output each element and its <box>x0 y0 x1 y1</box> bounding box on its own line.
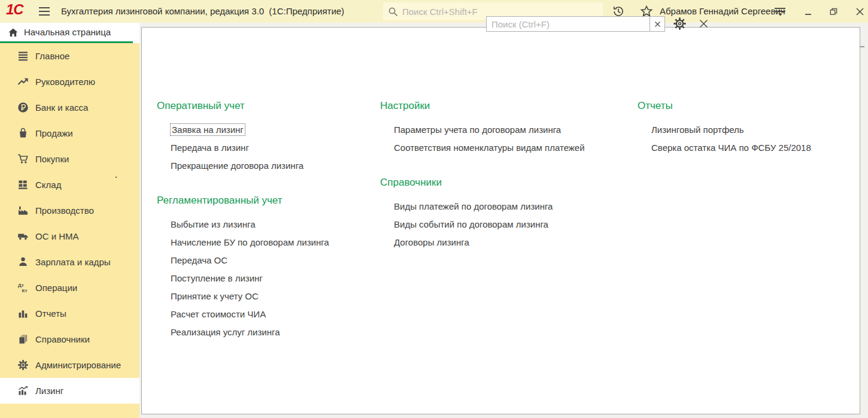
person-icon <box>17 256 29 268</box>
menu-section: НастройкиПараметры учета по договорам ли… <box>380 99 632 157</box>
sidebar-item-label: Продажи <box>35 128 73 138</box>
menu-link[interactable]: Виды платежей по договорам лизинга <box>380 198 632 216</box>
sidebar-item-os-i-nma[interactable]: ОС и НМА <box>0 223 139 249</box>
menu-link[interactable]: Принятие к учету ОС <box>157 287 375 305</box>
sidebar-item-sklad[interactable]: Склад <box>0 172 139 198</box>
sidebar-item-label: Склад <box>35 180 61 190</box>
menu-link[interactable]: Лизинговый портфель <box>638 121 859 139</box>
stray-dot <box>116 177 117 178</box>
titlebar: 1С Бухгалтерия лизинговой компании, реда… <box>0 0 868 23</box>
service-menu-icon[interactable] <box>773 5 787 18</box>
sidebar-item-label: ОС и НМА <box>35 231 79 241</box>
growth-chart-icon <box>17 385 29 396</box>
menu-link[interactable]: Передача в лизинг <box>157 139 375 157</box>
sidebar-item-otchety[interactable]: Отчеты <box>0 301 139 326</box>
panel-search <box>486 16 665 32</box>
sidebar-item-label: Главное <box>35 51 69 61</box>
section-title: Оперативный учет <box>157 99 375 113</box>
svg-text:Дт: Дт <box>18 283 24 288</box>
sidebar-item-proizvodstvo[interactable]: Производство <box>0 198 139 223</box>
menu-link[interactable]: Параметры учета по договорам лизинга <box>380 121 632 139</box>
sidebar-item-zarplata-i-kadry[interactable]: Зарплата и кадры <box>0 249 139 275</box>
sidebar-item-label: Лизинг <box>35 386 63 396</box>
bar-chart-icon <box>17 308 29 319</box>
sidebar-item-bank-i-kassa[interactable]: Банк и касса <box>0 95 139 120</box>
menu-link[interactable]: Расчет стоимости ЧИА <box>157 305 375 323</box>
sidebar-item-label: Руководителю <box>35 77 95 87</box>
sidebar-item-rukovoditelyu[interactable]: Руководителю <box>0 69 139 95</box>
menu-column-1: Оперативный учетЗаявка на лизингПередача… <box>157 99 375 361</box>
main-menu-icon[interactable] <box>38 6 50 17</box>
menu-link[interactable]: Реализация услуг лизинга <box>157 323 375 341</box>
tab-home-page[interactable]: Начальная страница <box>0 23 139 43</box>
dt-kt-icon: ДтКт <box>17 282 29 293</box>
sidebar-item-label: Банк и касса <box>35 102 88 113</box>
menu-link[interactable]: Договоры лизинга <box>380 234 632 252</box>
tab-label: Начальная страница <box>24 23 111 41</box>
section-title: Регламентированный учет <box>157 194 375 207</box>
menu-link[interactable]: Виды событий по договорам лизинга <box>380 216 632 234</box>
section-title: Отчеты <box>638 99 859 113</box>
sidebar-item-operacii[interactable]: ДтКтОперации <box>0 275 139 301</box>
close-window-icon[interactable] <box>852 5 867 18</box>
sidebar-item-spravochniki[interactable]: Справочники <box>0 326 139 352</box>
menu-lines-icon <box>17 50 29 62</box>
global-search-placeholder: Поиск Ctrl+Shift+F <box>402 7 478 17</box>
menu-section: ОтчетыЛизинговый портфельСверка остатка … <box>638 99 859 157</box>
books-icon <box>17 334 29 345</box>
menu-link[interactable]: Передача ОС <box>157 252 375 269</box>
window-title: Бухгалтерия лизинговой компании, редакци… <box>61 0 344 23</box>
section-title: Настройки <box>380 99 632 113</box>
menu-link[interactable]: Поступление в лизинг <box>157 269 375 287</box>
minimize-button[interactable] <box>801 5 815 18</box>
scrollbar-tick <box>860 46 864 47</box>
sidebar: ГлавноеРуководителюБанк и кассаПродажиПо… <box>0 43 139 418</box>
search-icon <box>388 7 398 17</box>
sidebar-item-label: Отчеты <box>35 308 66 319</box>
sidebar-item-label: Производство <box>35 205 94 216</box>
menu-section: СправочникиВиды платежей по договорам ли… <box>380 176 632 252</box>
ruble-circle-icon <box>17 102 29 113</box>
settings-gear-icon[interactable] <box>673 17 687 31</box>
sidebar-item-label: Зарплата и кадры <box>35 257 111 267</box>
clear-search-icon[interactable] <box>650 17 664 31</box>
menu-section: Оперативный учетЗаявка на лизингПередача… <box>157 99 375 175</box>
restore-button[interactable] <box>826 5 840 18</box>
sidebar-item-label: Справочники <box>35 334 90 344</box>
warehouse-boxes-icon <box>17 179 29 190</box>
menu-link[interactable]: Соответствия номенклатуры видам платежей <box>380 139 632 157</box>
menu-link[interactable]: Прекращение договора лизинга <box>157 157 375 175</box>
menu-link[interactable]: Сверка остатка ЧИА по ФСБУ 25/2018 <box>638 139 859 157</box>
sidebar-item-label: Покупки <box>35 154 69 164</box>
sidebar-item-glavnoe[interactable]: Главное <box>0 43 139 69</box>
section-title: Справочники <box>380 176 632 189</box>
sidebar-item-label: Администрирование <box>35 360 121 370</box>
factory-icon <box>17 205 29 216</box>
menu-link[interactable]: Заявка на лизинг <box>157 121 375 139</box>
gear-icon <box>17 359 29 371</box>
sidebar-item-pokupki[interactable]: Покупки <box>0 146 139 172</box>
sidebar-item-lizing[interactable]: Лизинг <box>0 378 139 404</box>
menu-link[interactable]: Начисление БУ по договорам лизинга <box>157 234 375 252</box>
shopping-cart-icon <box>17 153 29 165</box>
shopping-bag-icon <box>17 128 29 139</box>
menu-section: Регламентированный учетВыбытие из лизинг… <box>157 194 375 341</box>
trending-up-icon <box>17 76 29 87</box>
menu-column-3: ОтчетыЛизинговый портфельСверка остатка … <box>638 99 859 176</box>
sidebar-item-prodazhi[interactable]: Продажи <box>0 120 139 146</box>
menu-column-2: НастройкиПараметры учета по договорам ли… <box>380 99 632 271</box>
home-icon <box>8 28 19 38</box>
truck-icon <box>17 231 29 242</box>
menu-link[interactable]: Выбытие из лизинга <box>157 216 375 234</box>
1c-logo: 1С <box>6 1 23 18</box>
close-panel-icon[interactable] <box>699 19 709 29</box>
panel-search-input[interactable] <box>487 17 650 31</box>
sidebar-item-label: Операции <box>35 283 77 293</box>
svg-text:Кт: Кт <box>22 288 28 293</box>
sidebar-item-administrirovanie[interactable]: Администрирование <box>0 352 139 378</box>
